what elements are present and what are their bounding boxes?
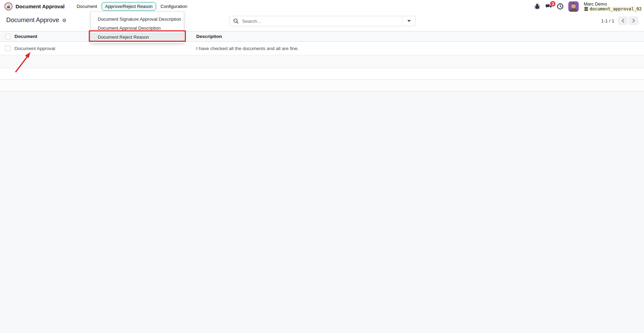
user-menu[interactable]: Marc Demo document_approval_02 (584, 2, 642, 11)
pager-buttons (618, 16, 638, 25)
database-badge: document_approval_02 (584, 7, 642, 11)
page-title: Document Approve (6, 17, 59, 24)
debug-bug-icon[interactable] (534, 3, 540, 10)
pager-previous-button[interactable] (618, 16, 628, 25)
caret-down-icon (407, 20, 411, 22)
pager-range: 1-1 / 1 (601, 18, 614, 23)
row-checkbox[interactable] (5, 46, 11, 51)
chevron-left-icon (621, 19, 625, 23)
breadcrumb-row: Document Approve ⚙ (6, 17, 67, 24)
user-avatar[interactable] (568, 1, 579, 12)
app-brand-title[interactable]: Document Approval (16, 3, 65, 9)
message-count-badge: 3 (550, 1, 556, 7)
page-background (0, 91, 644, 333)
activity-clock-button[interactable] (557, 3, 564, 10)
gear-icon[interactable]: ⚙ (62, 18, 67, 23)
user-name: Marc Demo (584, 2, 642, 7)
row-document-cell[interactable]: Document Approval (15, 46, 196, 51)
chevron-right-icon (632, 19, 635, 23)
search-bar (229, 16, 416, 26)
empty-row (0, 80, 644, 91)
menu-document[interactable]: Document (76, 2, 97, 11)
clock-icon (557, 3, 564, 10)
search-options-toggle[interactable] (402, 16, 415, 26)
search-icon (233, 18, 239, 24)
pager: 1-1 / 1 (601, 16, 638, 25)
top-navbar: Document Approval Document Approve/Rejec… (0, 0, 644, 13)
main-menubar: Document Approve/Reject Reason Configura… (76, 2, 188, 11)
messages-button[interactable]: 3 (545, 3, 552, 10)
menu-configuration[interactable]: Configuration (160, 2, 188, 11)
menu-item-document-signature-approval-description[interactable]: Document Signature Approval Description (91, 14, 184, 23)
menu-item-document-reject-reason[interactable]: Document Reject Reason (91, 32, 184, 41)
database-icon (584, 7, 588, 11)
approve-reject-reason-dropdown: Document Signature Approval Description … (91, 11, 184, 43)
menu-approve-reject-reason[interactable]: Approve/Reject Reason (102, 2, 156, 11)
database-name: document_approval_02 (589, 7, 642, 11)
menu-item-document-approval-description[interactable]: Document Approval Description (91, 23, 184, 32)
row-checkbox-cell (0, 46, 15, 51)
app-icon[interactable] (4, 2, 12, 10)
search-input[interactable] (242, 18, 402, 24)
empty-row (0, 68, 644, 80)
table-row[interactable]: Document Approval I have checked all the… (0, 42, 644, 55)
app-icon-glyph (6, 4, 11, 9)
systray: 3 Marc Demo (534, 0, 644, 13)
header-checkbox-cell (0, 34, 15, 39)
select-all-checkbox[interactable] (5, 34, 11, 39)
column-header-description[interactable]: Description (196, 34, 644, 39)
avatar-image (568, 1, 579, 12)
bug-icon (534, 3, 540, 10)
pager-next-button[interactable] (628, 16, 638, 25)
empty-row (0, 55, 644, 68)
row-description-cell[interactable]: I have checked all the documents and all… (196, 46, 644, 51)
